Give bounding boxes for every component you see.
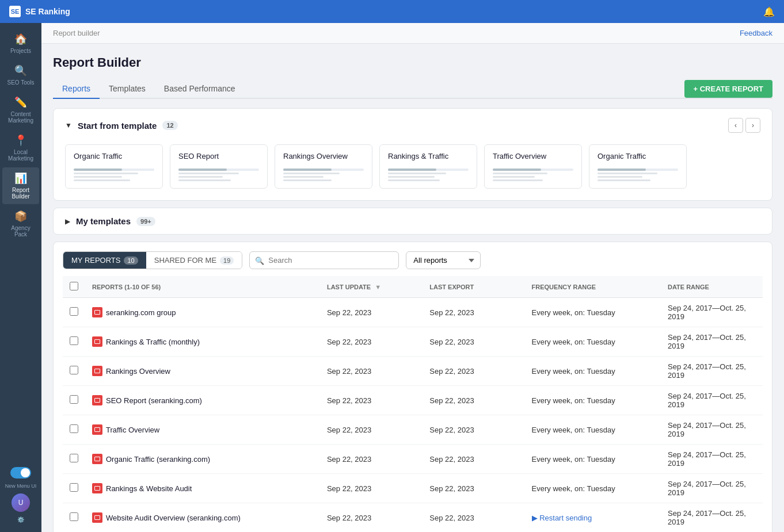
frequency-text: Every week, on: Tuesday [532, 455, 615, 464]
select-all-checkbox[interactable] [70, 282, 78, 290]
template-card-5[interactable]: Organic Traffic [589, 144, 687, 189]
row-checkbox-cell [63, 327, 85, 357]
feedback-link[interactable]: Feedback [740, 29, 772, 37]
row-last-update: Sep 22, 2023 [320, 503, 423, 533]
row-checkbox-cell [63, 357, 85, 386]
row-last-export: Sep 22, 2023 [423, 386, 524, 415]
next-templates-button[interactable]: › [745, 118, 760, 133]
my-templates-badge: 99+ [136, 217, 155, 226]
template-card-3[interactable]: Rankings & Traffic [379, 144, 477, 189]
report-name[interactable]: Rankings & Traffic (monthly) [106, 338, 200, 346]
row-date-range: Sep 24, 2017—Oct. 25, 2019 [661, 445, 763, 474]
logo-icon: SE [9, 6, 21, 17]
breadcrumb: Report builder [53, 29, 100, 37]
col-frequency: FREQUENCY RANGE [525, 276, 661, 298]
all-reports-select[interactable]: All reports [406, 251, 481, 269]
row-checkbox[interactable] [70, 336, 78, 345]
report-name[interactable]: Traffic Overview [106, 426, 159, 434]
report-name[interactable]: Rankings Overview [106, 367, 170, 376]
row-checkbox[interactable] [70, 395, 78, 404]
row-frequency[interactable]: ▶ Restart sending [525, 503, 661, 533]
main-content: Report builder Feedback Report Builder R… [41, 23, 784, 532]
prev-templates-button[interactable]: ‹ [728, 118, 743, 133]
app-logo: SE SE Ranking [9, 6, 70, 17]
start-from-template-section: ▼ Start from template 12 ‹ › Organic Tra… [53, 108, 772, 201]
tabs-row: Reports Templates Based Performance + CR… [53, 79, 772, 99]
template-card-4[interactable]: Traffic Overview [484, 144, 582, 189]
template-name-0: Organic Traffic [74, 152, 154, 160]
user-avatar[interactable]: U [12, 493, 30, 512]
sort-arrow: ▼ [375, 284, 381, 290]
notification-icon[interactable]: 🔔 [763, 6, 775, 17]
report-name[interactable]: Website Audit Overview (seranking.com) [106, 514, 241, 522]
sidebar-item-label-seo-tools: SEO Tools [7, 79, 34, 86]
my-templates-chevron: ▶ [65, 217, 70, 225]
row-last-update: Sep 22, 2023 [320, 415, 423, 445]
sidebar-item-seo-tools[interactable]: 🔍 SEO Tools [2, 60, 39, 90]
row-checkbox[interactable] [70, 307, 78, 316]
search-icon: 🔍 [255, 256, 264, 265]
my-templates-title: My templates [76, 216, 131, 226]
sidebar-item-projects[interactable]: 🏠 Projects [2, 28, 39, 59]
template-card-2[interactable]: Rankings Overview [275, 144, 372, 189]
sidebar-item-report-builder[interactable]: 📊 Report Builder [2, 167, 39, 204]
shared-for-me-tab[interactable]: SHARED FOR ME 19 [146, 252, 242, 269]
template-card-0[interactable]: Organic Traffic [65, 144, 163, 189]
new-menu-label: New Menu UI [3, 483, 39, 489]
my-templates-section: ▶ My templates 99+ [53, 208, 772, 235]
row-checkbox-cell [63, 386, 85, 415]
pdf-icon [92, 454, 102, 464]
template-name-4: Traffic Overview [493, 152, 573, 160]
sidebar-item-local-marketing[interactable]: 📍 Local Marketing [2, 129, 39, 166]
new-menu-toggle[interactable] [10, 467, 31, 479]
tab-templates[interactable]: Templates [100, 79, 155, 99]
pdf-icon [92, 366, 102, 376]
row-last-update: Sep 22, 2023 [320, 327, 423, 357]
row-checkbox[interactable] [70, 424, 78, 433]
row-date-range: Sep 24, 2017—Oct. 25, 2019 [661, 474, 763, 503]
row-name-cell: SEO Report (seranking.com) [85, 386, 320, 415]
sidebar-item-content-marketing[interactable]: ✏️ Content Marketing [2, 91, 39, 128]
pdf-icon [92, 424, 102, 435]
filter-row: MY REPORTS 10 SHARED FOR ME 19 🔍 All [63, 251, 763, 269]
frequency-text: Every week, on: Tuesday [532, 396, 615, 405]
tab-reports[interactable]: Reports [53, 79, 100, 99]
report-name[interactable]: SEO Report (seranking.com) [106, 396, 202, 405]
report-name[interactable]: Organic Traffic (seranking.com) [106, 455, 210, 464]
row-last-export: Sep 22, 2023 [423, 503, 524, 533]
row-checkbox[interactable] [70, 483, 78, 492]
table-row: Rankings & Website Audit Sep 22, 2023 Se… [63, 474, 763, 503]
create-report-button[interactable]: + CREATE REPORT [684, 80, 772, 98]
frequency-text: Every week, on: Tuesday [532, 426, 615, 434]
row-last-update: Sep 22, 2023 [320, 386, 423, 415]
tabs: Reports Templates Based Performance [53, 79, 245, 98]
row-frequency: Every week, on: Tuesday [525, 327, 661, 357]
agency-pack-icon: 📦 [14, 210, 27, 223]
my-reports-tab[interactable]: MY REPORTS 10 [63, 252, 146, 269]
template-card-1[interactable]: SEO Report [170, 144, 268, 189]
row-checkbox[interactable] [70, 512, 78, 521]
my-templates-header[interactable]: ▶ My templates 99+ [54, 208, 772, 234]
row-checkbox[interactable] [70, 366, 78, 374]
settings-icon[interactable]: ⚙️ [17, 516, 24, 523]
row-frequency: Every week, on: Tuesday [525, 298, 661, 327]
search-input[interactable] [249, 251, 399, 269]
start-from-template-header[interactable]: ▼ Start from template 12 ‹ › [54, 109, 772, 142]
report-name[interactable]: Rankings & Website Audit [106, 484, 192, 493]
pdf-icon [92, 307, 102, 317]
template-grid: Organic Traffic SEO Report [54, 142, 772, 200]
report-name[interactable]: seranking.com group [106, 308, 176, 317]
template-name-5: Organic Traffic [597, 152, 678, 160]
sidebar-item-agency-pack[interactable]: 📦 Agency Pack [2, 205, 39, 242]
collapse-icon: ▼ [65, 121, 72, 129]
restart-sending-btn[interactable]: ▶ Restart sending [532, 514, 654, 522]
start-from-template-badge: 12 [162, 121, 177, 130]
row-last-update: Sep 22, 2023 [320, 445, 423, 474]
tab-based-performance[interactable]: Based Performance [155, 79, 245, 99]
row-checkbox[interactable] [70, 454, 78, 462]
table-row: seranking.com group Sep 22, 2023 Sep 22,… [63, 298, 763, 327]
row-name-cell: Rankings Overview [85, 357, 320, 386]
row-name-cell: seranking.com group [85, 298, 320, 327]
col-last-update[interactable]: LAST UPDATE ▼ [320, 276, 423, 298]
row-date-range: Sep 24, 2017—Oct. 25, 2019 [661, 503, 763, 533]
